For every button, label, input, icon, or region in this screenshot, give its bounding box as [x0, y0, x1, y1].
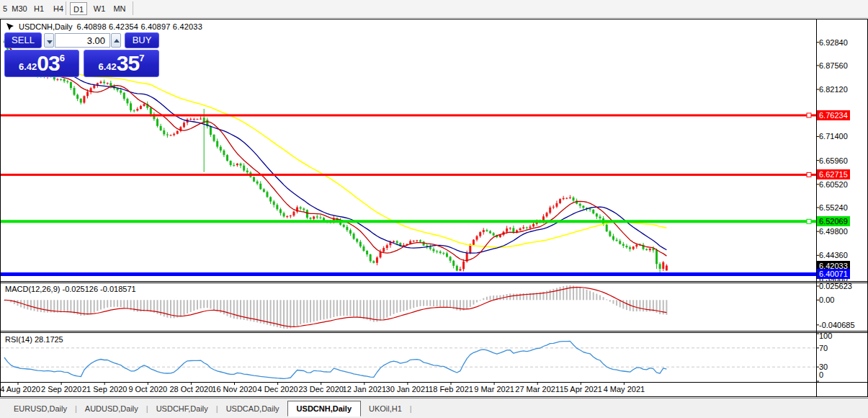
price-level-label: 6.52069	[817, 216, 850, 226]
date-axis-label: 2 Sep 2020	[41, 385, 81, 393]
sell-price-box[interactable]: 6.42 03 6	[4, 50, 79, 77]
triangle-down-icon	[47, 40, 53, 44]
macd-label-row: MACD(12,26,9) -0.025126 -0.018571	[5, 285, 136, 293]
chart-tab-usdcnh[interactable]: USDCNH,Daily	[287, 401, 361, 417]
price-axis-tick: 6.71400	[819, 132, 848, 141]
date-axis-label: 15 Apr 2021	[560, 385, 602, 393]
date-axis-label: 4 Dec 2020	[257, 385, 297, 393]
rsi-indicator-label: RSI(14)	[5, 335, 32, 344]
chart-tab-usdcad[interactable]: USDCAD,Daily	[218, 401, 287, 417]
date-axis-label: 16 Nov 2020	[212, 385, 256, 393]
rsi-axis-tick: 0	[819, 370, 823, 380]
cursor-arrow-icon	[6, 22, 14, 31]
date-axis-label: 28 Oct 2020	[169, 385, 212, 393]
price-axis-tick: 6.44360	[819, 251, 848, 260]
date-axis-label: 9 Mar 2021	[474, 385, 514, 393]
toolbar-separator	[133, 1, 133, 15]
volume-decrease-button[interactable]	[44, 33, 54, 48]
date-axis-label: 9 Oct 2020	[128, 385, 167, 393]
one-click-trading-panel: SELL BUY 6.42 03 6 6.42 35 7	[4, 32, 159, 77]
chart-tab-ukoil[interactable]: UKOil,H1	[361, 401, 410, 417]
price-level-label: 6.62715	[817, 169, 850, 179]
timeframe-button-5[interactable]: 5	[1, 2, 9, 15]
chart-ohlc-values: 6.40898 6.42354 6.40897 6.42033	[77, 22, 202, 31]
rsi-axis-tick: 100	[819, 332, 832, 341]
buy-price-big: 35	[117, 53, 139, 74]
date-axis-label: 23 Dec 2020	[298, 385, 343, 393]
macd-axis-tick: 0.025623	[819, 282, 852, 291]
price-axis-tick: 6.87560	[819, 61, 848, 71]
buy-price-sup: 7	[139, 53, 144, 63]
volume-increase-button[interactable]	[111, 33, 121, 48]
macd-axis-tick: 0.00	[819, 295, 834, 305]
rsi-axis-tick: 70	[819, 344, 828, 353]
buy-price-prefix: 6.42	[99, 61, 117, 72]
volume-input[interactable]	[55, 33, 110, 48]
chart-tab-usdchf[interactable]: USDCHF,Daily	[148, 401, 216, 417]
timeframe-button-h1[interactable]: H1	[32, 2, 45, 15]
date-axis-label: 4 May 2021	[604, 385, 645, 393]
price-axis-tick: 6.60520	[819, 180, 848, 190]
sell-price-prefix: 6.42	[19, 61, 37, 72]
date-axis-label: 21 Sep 2020	[82, 385, 127, 393]
price-axis-tick: 6.49800	[819, 227, 848, 236]
price-level-label: 6.40071	[817, 269, 850, 279]
tab-separator: |	[410, 404, 412, 413]
price-level-label: 6.76234	[817, 110, 850, 120]
triangle-up-icon	[114, 39, 120, 43]
timeframe-button-h4[interactable]: H4	[52, 2, 65, 15]
price-axis-tick: 6.92840	[819, 38, 848, 48]
chart-tab-bar: EURUSD,Daily|AUDUSD,Daily|USDCHF,Daily|U…	[0, 398, 868, 418]
rsi-label-row: RSI(14) 28.1725	[5, 335, 63, 344]
timeframe-button-w1[interactable]: W1	[91, 2, 107, 15]
timeframe-button-d1[interactable]: D1	[70, 2, 87, 15]
timeframe-button-mn[interactable]: MN	[111, 2, 128, 15]
buy-price-box[interactable]: 6.42 35 7	[84, 50, 159, 77]
buy-button[interactable]: BUY	[125, 32, 159, 48]
chart-symbol-title: USDCNH,Daily	[19, 22, 73, 31]
date-axis-label: 30 Jan 2021	[386, 385, 430, 393]
sell-price-big: 03	[37, 53, 59, 74]
date-axis-label: 12 Jan 2021	[343, 385, 387, 393]
chart-header: USDCNH,Daily 6.40898 6.42354 6.40897 6.4…	[6, 22, 202, 31]
sell-button[interactable]: SELL	[4, 32, 42, 48]
sell-price-sup: 6	[60, 53, 65, 63]
macd-indicator-values: -0.025126 -0.018571	[62, 285, 135, 293]
price-axis-tick: 6.82120	[819, 85, 848, 94]
price-axis-tick: 6.55240	[819, 203, 848, 213]
macd-axis-tick: -0.040685	[819, 321, 855, 330]
rsi-indicator-value: 28.1725	[35, 335, 63, 344]
price-axis-tick: 6.65960	[819, 156, 848, 166]
date-axis-label: 18 Feb 2021	[429, 385, 473, 393]
timeframe-button-m30[interactable]: M30	[10, 2, 29, 15]
date-axis-label: 14 Aug 2020	[0, 385, 40, 393]
macd-indicator-label: MACD(12,26,9)	[5, 285, 60, 293]
toolbar-separator	[66, 1, 66, 15]
timeframe-toolbar: 5M30H1H4D1W1MN	[0, 0, 868, 18]
chart-tab-eurusd[interactable]: EURUSD,Daily	[6, 401, 75, 417]
date-axis-label: 27 Mar 2021	[515, 385, 560, 393]
chart-tab-audusd[interactable]: AUDUSD,Daily	[77, 401, 146, 417]
